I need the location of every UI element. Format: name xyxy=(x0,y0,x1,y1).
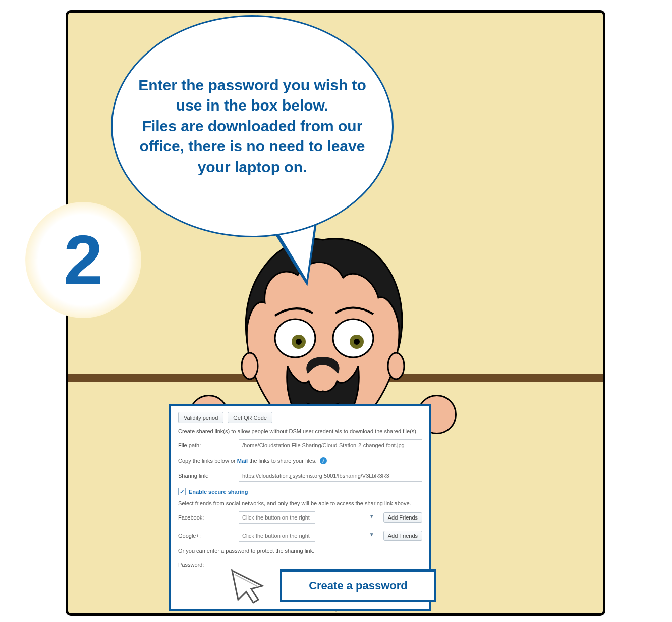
facebook-add-friends-button[interactable]: Add Friends xyxy=(383,512,422,523)
panel-description: Create shared link(s) to allow people wi… xyxy=(178,428,422,434)
callout-label: Create a password xyxy=(309,579,408,592)
password-label: Password: xyxy=(178,562,234,568)
cursor-arrow-icon xyxy=(227,565,272,606)
step-number: 2 xyxy=(64,219,103,301)
speech-bubble: Enter the password you wish to use in th… xyxy=(111,15,394,237)
svg-point-3 xyxy=(296,339,302,345)
file-path-label: File path: xyxy=(178,442,234,448)
info-icon[interactable]: i xyxy=(320,457,327,464)
speech-text: Enter the password you wish to use in th… xyxy=(138,75,367,178)
sharing-link-field[interactable] xyxy=(239,470,422,482)
googleplus-add-friends-button[interactable]: Add Friends xyxy=(383,531,422,541)
facebook-select[interactable] xyxy=(239,511,315,524)
social-row-googleplus: Google+: ▼ Add Friends xyxy=(178,530,422,542)
svg-point-7 xyxy=(388,353,404,379)
facebook-label: Facebook: xyxy=(178,514,234,521)
enable-secure-sharing-checkbox[interactable]: ✓ xyxy=(178,488,186,495)
mail-link[interactable]: Mail xyxy=(237,458,248,464)
step-badge: 2 xyxy=(25,202,141,318)
copy-links-line: Copy the links below or Mail the links t… xyxy=(178,457,422,464)
file-path-field[interactable] xyxy=(239,439,422,451)
googleplus-select[interactable] xyxy=(239,530,315,542)
svg-point-5 xyxy=(354,339,360,345)
chevron-down-icon: ▼ xyxy=(369,532,374,537)
create-password-callout: Create a password xyxy=(280,569,436,602)
svg-point-6 xyxy=(242,353,258,379)
googleplus-label: Google+: xyxy=(178,533,234,539)
validity-period-button[interactable]: Validity period xyxy=(178,412,223,423)
chevron-down-icon: ▼ xyxy=(369,513,374,519)
get-qr-code-button[interactable]: Get QR Code xyxy=(228,412,272,423)
password-intro: Or you can enter a password to protect t… xyxy=(178,548,422,554)
friends-description: Select friends from social networks, and… xyxy=(178,500,422,506)
enable-secure-sharing-label: Enable secure sharing xyxy=(189,489,248,495)
social-row-facebook: Facebook: ▼ Add Friends xyxy=(178,511,422,524)
sharing-link-label: Sharing link: xyxy=(178,473,234,479)
